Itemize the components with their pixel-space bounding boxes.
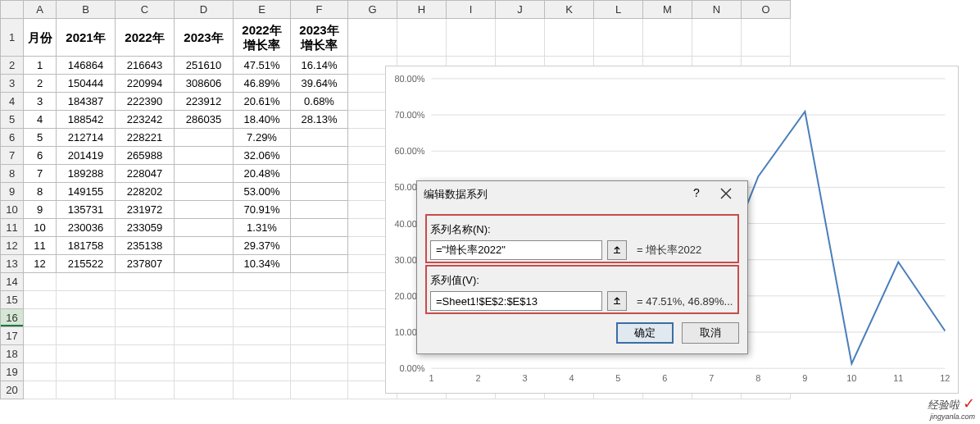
cell[interactable]: 216643 bbox=[116, 57, 175, 75]
cell[interactable]: 18.40% bbox=[234, 111, 291, 129]
cell[interactable]: 70.91% bbox=[234, 201, 291, 219]
cell[interactable]: 286035 bbox=[175, 111, 234, 129]
header-cell[interactable]: 2021年 bbox=[57, 19, 116, 57]
collapse-values-button[interactable] bbox=[607, 291, 627, 311]
row-header[interactable]: 12 bbox=[1, 237, 24, 255]
col-header-N[interactable]: N bbox=[692, 1, 742, 19]
cell[interactable]: 7 bbox=[24, 165, 57, 183]
cell[interactable]: 201419 bbox=[57, 147, 116, 165]
col-header-B[interactable]: B bbox=[57, 1, 116, 19]
cell[interactable]: 47.51% bbox=[234, 57, 291, 75]
col-header-O[interactable]: O bbox=[742, 1, 791, 19]
row-header[interactable]: 18 bbox=[1, 345, 24, 363]
col-header-K[interactable]: K bbox=[545, 1, 594, 19]
ok-button[interactable]: 确定 bbox=[616, 322, 674, 344]
cell[interactable] bbox=[291, 165, 348, 183]
cell[interactable]: 1 bbox=[24, 57, 57, 75]
cell[interactable]: 212714 bbox=[57, 129, 116, 147]
cell[interactable]: 2 bbox=[24, 75, 57, 93]
cell[interactable]: 20.48% bbox=[234, 165, 291, 183]
series-values-input[interactable] bbox=[430, 291, 602, 311]
row-header[interactable]: 6 bbox=[1, 129, 24, 147]
cancel-button[interactable]: 取消 bbox=[682, 322, 739, 344]
cell[interactable] bbox=[175, 129, 234, 147]
row-header[interactable]: 5 bbox=[1, 111, 24, 129]
cell[interactable]: 46.89% bbox=[234, 75, 291, 93]
cell[interactable]: 222390 bbox=[116, 93, 175, 111]
row-header[interactable]: 2 bbox=[1, 57, 24, 75]
cell[interactable] bbox=[291, 219, 348, 237]
row-header[interactable]: 10 bbox=[1, 201, 24, 219]
col-header-D[interactable]: D bbox=[175, 1, 234, 19]
cell[interactable]: 308606 bbox=[175, 75, 234, 93]
cell[interactable]: 188542 bbox=[57, 111, 116, 129]
cell[interactable]: 251610 bbox=[175, 57, 234, 75]
cell[interactable]: 1.31% bbox=[234, 219, 291, 237]
header-cell[interactable]: 2023年增长率 bbox=[291, 19, 348, 57]
cell[interactable]: 10.34% bbox=[234, 255, 291, 273]
cell[interactable] bbox=[291, 201, 348, 219]
cell[interactable]: 149155 bbox=[57, 183, 116, 201]
cell[interactable] bbox=[175, 201, 234, 219]
cell[interactable]: 53.00% bbox=[234, 183, 291, 201]
row-header[interactable]: 16 bbox=[1, 309, 24, 327]
row-header[interactable]: 9 bbox=[1, 183, 24, 201]
cell[interactable]: 11 bbox=[24, 237, 57, 255]
col-header-E[interactable]: E bbox=[234, 1, 291, 19]
collapse-name-button[interactable] bbox=[607, 240, 627, 260]
row-header[interactable]: 1 bbox=[1, 19, 24, 57]
row-header[interactable]: 20 bbox=[1, 381, 24, 399]
cell[interactable] bbox=[175, 147, 234, 165]
cell[interactable]: 4 bbox=[24, 111, 57, 129]
cell[interactable] bbox=[175, 237, 234, 255]
cell[interactable]: 233059 bbox=[116, 219, 175, 237]
help-button[interactable]: ? bbox=[688, 186, 705, 203]
cell[interactable]: 16.14% bbox=[291, 57, 348, 75]
cell[interactable]: 0.68% bbox=[291, 93, 348, 111]
cell[interactable]: 215522 bbox=[57, 255, 116, 273]
cell[interactable]: 5 bbox=[24, 129, 57, 147]
row-header[interactable]: 13 bbox=[1, 255, 24, 273]
cell[interactable]: 220994 bbox=[116, 75, 175, 93]
col-header-H[interactable]: H bbox=[397, 1, 447, 19]
cell[interactable]: 9 bbox=[24, 201, 57, 219]
cell[interactable]: 28.13% bbox=[291, 111, 348, 129]
row-header[interactable]: 4 bbox=[1, 93, 24, 111]
cell[interactable]: 150444 bbox=[57, 75, 116, 93]
col-header-I[interactable]: I bbox=[447, 1, 496, 19]
col-header-F[interactable]: F bbox=[291, 1, 348, 19]
cell[interactable] bbox=[291, 255, 348, 273]
cell[interactable]: 6 bbox=[24, 147, 57, 165]
cell[interactable] bbox=[175, 219, 234, 237]
cell[interactable]: 146864 bbox=[57, 57, 116, 75]
header-cell[interactable]: 2022年增长率 bbox=[234, 19, 291, 57]
header-cell[interactable]: 2023年 bbox=[175, 19, 234, 57]
cell[interactable]: 230036 bbox=[57, 219, 116, 237]
cell[interactable] bbox=[175, 183, 234, 201]
row-header[interactable]: 3 bbox=[1, 75, 24, 93]
cell[interactable] bbox=[291, 183, 348, 201]
header-cell[interactable]: 月份 bbox=[24, 19, 57, 57]
header-cell[interactable]: 2022年 bbox=[116, 19, 175, 57]
series-name-input[interactable] bbox=[430, 240, 602, 260]
cell[interactable]: 20.61% bbox=[234, 93, 291, 111]
row-header[interactable]: 8 bbox=[1, 165, 24, 183]
cell[interactable]: 237807 bbox=[116, 255, 175, 273]
cell[interactable]: 39.64% bbox=[291, 75, 348, 93]
row-header[interactable]: 17 bbox=[1, 327, 24, 345]
cell[interactable] bbox=[291, 237, 348, 255]
cell[interactable]: 29.37% bbox=[234, 237, 291, 255]
col-header-M[interactable]: M bbox=[643, 1, 692, 19]
cell[interactable]: 7.29% bbox=[234, 129, 291, 147]
row-header[interactable]: 11 bbox=[1, 219, 24, 237]
row-header[interactable]: 14 bbox=[1, 273, 24, 291]
cell[interactable]: 223242 bbox=[116, 111, 175, 129]
cell[interactable] bbox=[175, 255, 234, 273]
cell[interactable] bbox=[291, 129, 348, 147]
row-header[interactable]: 7 bbox=[1, 147, 24, 165]
cell[interactable]: 228221 bbox=[116, 129, 175, 147]
cell[interactable]: 265988 bbox=[116, 147, 175, 165]
cell[interactable] bbox=[175, 165, 234, 183]
cell[interactable]: 235138 bbox=[116, 237, 175, 255]
cell[interactable] bbox=[291, 147, 348, 165]
